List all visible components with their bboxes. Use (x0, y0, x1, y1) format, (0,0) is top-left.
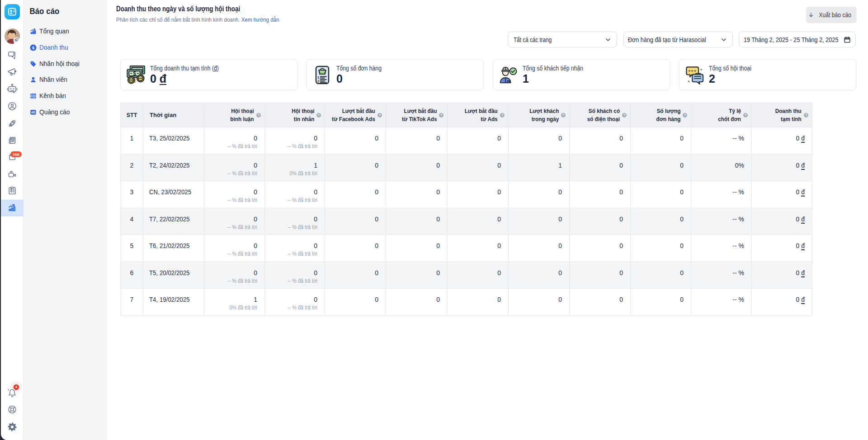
svg-text:$: $ (32, 45, 35, 50)
svg-text:AD: AD (31, 111, 36, 114)
svg-text:$: $ (133, 70, 136, 77)
svg-text:2: 2 (317, 79, 319, 83)
